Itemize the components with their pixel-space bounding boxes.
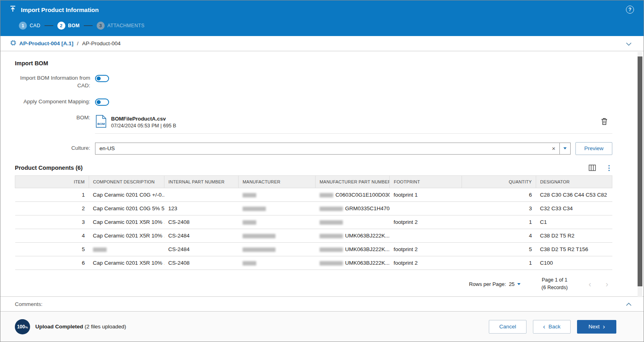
chevron-down-icon[interactable] — [624, 38, 634, 49]
cell-internal-part-number: CS-2484 — [164, 242, 239, 256]
breadcrumb-separator: / — [77, 40, 79, 46]
vertical-scrollbar[interactable] — [638, 52, 642, 297]
column-header-designator[interactable]: DESIGNATOR — [536, 175, 612, 188]
cancel-button[interactable]: Cancel — [489, 320, 527, 334]
rows-per-page-selector[interactable]: Rows per Page:25 — [469, 281, 520, 287]
cell-footprint: footprint 2 — [390, 215, 462, 229]
table-row[interactable]: 5 CS-2484 UMK063BJ222K... footprint 2 5 … — [15, 242, 612, 256]
step-attachments[interactable]: 3 ATTACHMENTS — [97, 22, 145, 30]
preview-button[interactable]: Preview — [575, 142, 612, 155]
redacted-text — [93, 247, 107, 252]
chevron-left-icon: ‹ — [543, 324, 545, 330]
import-from-cad-toggle[interactable] — [95, 75, 109, 82]
next-label: Next — [588, 324, 599, 330]
cell-footprint: footprint 2 — [390, 256, 462, 270]
progress-value: 100 — [17, 324, 25, 330]
scrollbar-thumb[interactable] — [638, 56, 642, 286]
previous-page-icon[interactable]: ‹ — [589, 280, 591, 288]
apply-mapping-toggle[interactable] — [95, 99, 109, 106]
cell-designator: C1 — [536, 215, 612, 229]
breadcrumb: AP-Product-004 [A.1] / AP-Product-004 — [0, 36, 644, 51]
column-header-internal-part-number[interactable]: INTERNAL PART NUMBER — [164, 175, 239, 188]
bom-file-info: BOMFileProductA.csv 07/24/2024 05:53 PM … — [111, 116, 176, 129]
comments-section[interactable]: Comments: — [0, 296, 644, 311]
table-row[interactable]: 2 Cap Ceramic 0201 C0G 5% 5... 123 GRM03… — [15, 201, 612, 215]
column-header-quantity[interactable]: QUANTITY — [462, 175, 536, 188]
redacted-text — [243, 247, 275, 252]
column-header-footprint[interactable]: FOOTPRINT — [390, 175, 462, 188]
product-components-title: Product Components (6) — [15, 165, 83, 171]
redacted-text — [243, 193, 256, 197]
dropdown-toggle-button[interactable] — [559, 143, 570, 154]
column-header-manufacturer-part-number[interactable]: MANUFACTURER PART NUMBER — [316, 175, 390, 188]
more-options-icon[interactable]: ⋮ — [606, 165, 612, 171]
header-bar: Import Product Information ? 1 CAD 2 BOM… — [0, 0, 644, 36]
table-row[interactable]: 4 Cap Ceramic 0201 X5R 10% ... CS-2484 U… — [15, 229, 612, 242]
cell-internal-part-number: CS-2408 — [164, 256, 239, 270]
cell-manufacturer — [239, 229, 316, 242]
cell-footprint: footprint 1 — [390, 188, 462, 201]
step-3-circle: 3 — [97, 22, 105, 30]
toggle-knob — [97, 76, 101, 80]
redacted-text — [320, 234, 343, 238]
cell-manufacturer — [239, 256, 316, 270]
upload-progress-badge: 100% — [15, 319, 30, 334]
cell-manufacturer — [239, 201, 316, 215]
cell-description: Cap Ceramic 0201 X5R 10% ... — [89, 215, 164, 229]
clear-icon[interactable]: × — [548, 145, 559, 152]
cell-text: UMK063BJ222K... — [345, 233, 390, 239]
chevron-up-icon[interactable] — [624, 300, 634, 309]
upload-status-detail: (2 files uploaded) — [85, 324, 126, 330]
cell-manufacturer-part-number: GRM0335C1H470JA... — [316, 201, 390, 215]
cell-item: 5 — [15, 242, 89, 256]
cell-designator: C28 C30 C36 C44 C53 C82 — [536, 188, 612, 201]
redacted-text — [320, 247, 343, 252]
cell-manufacturer — [239, 242, 316, 256]
step-bom[interactable]: 2 BOM — [57, 22, 80, 30]
cancel-label: Cancel — [499, 324, 516, 330]
part-icon — [10, 40, 16, 47]
cell-manufacturer — [239, 215, 316, 229]
breadcrumb-product-link[interactable]: AP-Product-004 [A.1] — [10, 40, 73, 47]
cell-quantity: 5 — [462, 242, 536, 256]
column-settings-icon[interactable] — [589, 165, 596, 171]
culture-input[interactable] — [95, 143, 548, 154]
step-2-circle: 2 — [57, 22, 65, 30]
product-components-table: ITEM COMPONENT DESCRIPTION INTERNAL PART… — [15, 175, 612, 270]
toggle-knob — [97, 100, 101, 104]
step-3-label: ATTACHMENTS — [107, 23, 145, 28]
cell-internal-part-number: 123 — [164, 201, 239, 215]
cell-text: C0603C0G1E100D030BA — [336, 192, 390, 198]
cell-text: UMK063BJ222K... — [345, 260, 390, 266]
help-icon[interactable]: ? — [626, 6, 634, 14]
chevron-down-icon — [517, 283, 520, 285]
column-header-item[interactable]: ITEM — [15, 175, 89, 188]
cell-manufacturer-part-number — [316, 215, 390, 229]
main-content: Import BOM Import BOM Information from C… — [0, 51, 644, 296]
culture-combobox: × — [95, 143, 571, 155]
table-row[interactable]: 3 Cap Ceramic 0201 X5R 10% ... CS-2408 f… — [15, 215, 612, 229]
back-button[interactable]: ‹Back — [533, 320, 571, 334]
back-label: Back — [549, 324, 561, 330]
cell-manufacturer — [239, 188, 316, 201]
cell-description: Cap Ceramic 0201 X5R 10% ... — [89, 229, 164, 242]
form-row-apply-mapping: Apply Component Mapping: — [15, 98, 612, 106]
step-cad[interactable]: 1 CAD — [19, 22, 41, 30]
table-row[interactable]: 6 Cap Ceramic 0201 X5R 10% ... CS-2408 U… — [15, 256, 612, 270]
table-actions: ⋮ — [589, 165, 612, 171]
comments-label: Comments: — [15, 301, 43, 307]
next-button[interactable]: Next› — [577, 320, 616, 334]
bom-label: BOM: — [15, 114, 90, 122]
footer-bar: 100% Upload Completed (2 files uploaded)… — [0, 311, 644, 342]
table-row[interactable]: 1 Cap Ceramic 0201 C0G +/-0... C0603C0G1… — [15, 188, 612, 201]
culture-label: Culture: — [15, 145, 90, 152]
delete-file-icon[interactable] — [599, 116, 609, 128]
column-header-manufacturer[interactable]: MANUFACTURER — [239, 175, 316, 188]
cell-manufacturer-part-number: C0603C0G1E100D030BA — [316, 188, 390, 201]
column-header-description[interactable]: COMPONENT DESCRIPTION — [89, 175, 164, 188]
cell-quantity: 1 — [462, 215, 536, 229]
next-page-icon[interactable]: › — [606, 280, 608, 288]
cell-text: UMK063BJ222K... — [345, 246, 390, 252]
page-navigation: ‹ › — [589, 280, 610, 288]
cell-manufacturer-part-number: UMK063BJ222K... — [316, 229, 390, 242]
